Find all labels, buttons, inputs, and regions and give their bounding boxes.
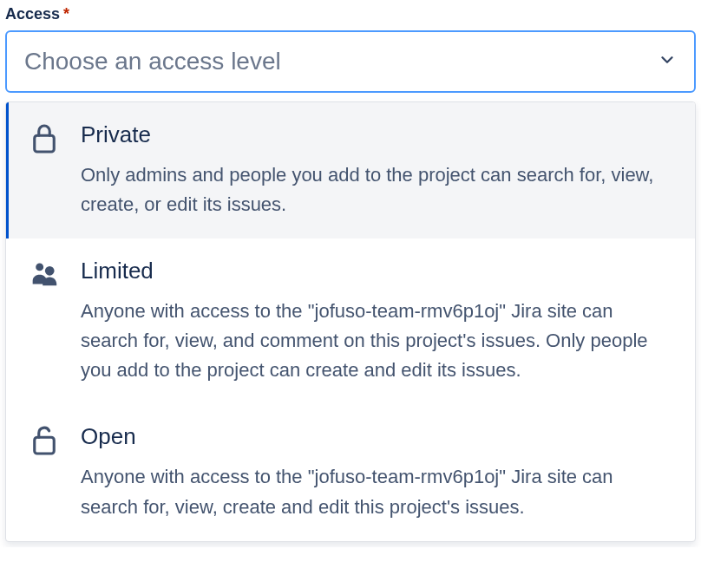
option-content: Private Only admins and people you add t…	[81, 121, 674, 219]
option-description: Anyone with access to the "jofuso-team-r…	[81, 297, 674, 385]
chevron-down-icon	[658, 50, 677, 73]
option-description: Anyone with access to the "jofuso-team-r…	[81, 462, 674, 521]
option-content: Limited Anyone with access to the "jofus…	[81, 258, 674, 385]
access-select-placeholder: Choose an access level	[24, 48, 281, 75]
option-description: Only admins and people you add to the pr…	[81, 160, 674, 219]
option-title: Open	[81, 423, 674, 450]
access-select-trigger[interactable]: Choose an access level	[5, 30, 696, 93]
svg-rect-3	[35, 438, 55, 454]
svg-point-2	[45, 266, 55, 276]
lock-closed-icon	[30, 121, 58, 154]
svg-point-1	[36, 264, 43, 271]
option-content: Open Anyone with access to the "jofuso-t…	[81, 423, 674, 521]
lock-open-icon	[30, 423, 58, 456]
access-option-limited[interactable]: Limited Anyone with access to the "jofus…	[6, 238, 695, 404]
option-title: Private	[81, 121, 674, 148]
access-option-private[interactable]: Private Only admins and people you add t…	[6, 102, 695, 238]
required-asterisk: *	[63, 5, 69, 23]
svg-rect-0	[35, 135, 55, 152]
access-field-label: Access *	[5, 5, 696, 23]
access-label-text: Access	[5, 5, 60, 23]
option-title: Limited	[81, 258, 674, 284]
people-icon	[30, 258, 58, 287]
access-option-open[interactable]: Open Anyone with access to the "jofuso-t…	[6, 404, 695, 540]
access-dropdown-panel: Private Only admins and people you add t…	[5, 101, 696, 542]
